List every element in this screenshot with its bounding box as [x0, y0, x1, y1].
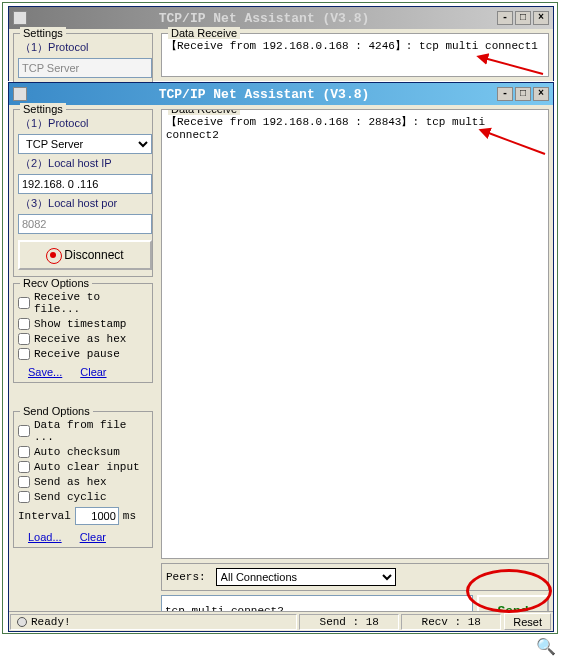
data-receive-panel[interactable]: Data Receive 【Receive from 192.168.0.168… — [161, 109, 549, 559]
protocol-label: （1）Protocol — [20, 116, 148, 131]
from-file-check[interactable] — [18, 425, 30, 437]
statusbar: Ready! Send : 18 Recv : 18 Reset — [9, 611, 553, 631]
localip-input[interactable] — [18, 174, 152, 194]
settings-fieldset: Settings （1）Protocol TCP Server （2）Local… — [13, 109, 153, 277]
send-cyclic-check[interactable] — [18, 491, 30, 503]
receive-text: 【Receive from 192.168.0.168 : 28843】: tc… — [166, 114, 544, 141]
disconnect-label: Disconnect — [64, 248, 123, 262]
peers-row: Peers: All Connections — [161, 563, 549, 591]
localport-input[interactable] — [18, 214, 152, 234]
record-icon — [46, 248, 60, 262]
send-hex-check[interactable] — [18, 476, 30, 488]
window-2: TCP/IP Net Assistant (V3.8) - □ × Settin… — [8, 82, 554, 632]
from-file-row[interactable]: Data from file ... — [18, 419, 148, 443]
interval-label: Interval — [18, 510, 71, 522]
recv-pause-check[interactable] — [18, 348, 30, 360]
recv-hex-row[interactable]: Receive as hex — [18, 333, 148, 345]
disconnect-button[interactable]: Disconnect — [18, 240, 152, 270]
auto-clear-row[interactable]: Auto clear input — [18, 461, 148, 473]
localip-label: （2）Local host IP — [20, 156, 148, 171]
minimize-button[interactable]: - — [497, 11, 513, 25]
window-title-2: TCP/IP Net Assistant (V3.8) — [31, 87, 497, 102]
status-ready-cell: Ready! — [10, 614, 297, 630]
show-timestamp-row[interactable]: Show timestamp — [18, 318, 148, 330]
recv-options-fieldset: Recv Options Receive to file... Show tim… — [13, 283, 153, 383]
recv-to-file-row[interactable]: Receive to file... — [18, 291, 148, 315]
reset-button[interactable]: Reset — [504, 613, 551, 630]
close-button[interactable]: × — [533, 87, 549, 101]
show-timestamp-check[interactable] — [18, 318, 30, 330]
interval-input[interactable] — [75, 507, 119, 525]
clear-recv-link[interactable]: Clear — [80, 366, 106, 378]
data-receive-panel-1: Data Receive 【Receive from 192.168.0.168… — [161, 33, 549, 77]
magnifier-icon[interactable]: 🔍 — [536, 637, 556, 656]
settings-legend-1: Settings — [20, 27, 66, 39]
protocol-label-1: （1）Protocol — [20, 40, 148, 55]
protocol-select-1[interactable] — [18, 58, 152, 78]
window-title-1: TCP/IP Net Assistant (V3.8) — [31, 11, 497, 26]
send-cyclic-row[interactable]: Send cyclic — [18, 491, 148, 503]
data-receive-legend: Data Receive — [168, 109, 240, 115]
save-link[interactable]: Save... — [28, 366, 62, 378]
interval-unit: ms — [123, 510, 136, 522]
auto-clear-check[interactable] — [18, 461, 30, 473]
localport-label: （3）Local host por — [20, 196, 148, 211]
receive-text-1: 【Receive from 192.168.0.168 : 4246】: tcp… — [166, 38, 544, 53]
recv-pause-row[interactable]: Receive pause — [18, 348, 148, 360]
auto-checksum-check[interactable] — [18, 446, 30, 458]
settings-fieldset-1: Settings （1）Protocol — [13, 33, 153, 83]
status-icon — [17, 617, 27, 627]
auto-checksum-row[interactable]: Auto checksum — [18, 446, 148, 458]
titlebar-2[interactable]: TCP/IP Net Assistant (V3.8) - □ × — [9, 83, 553, 105]
peers-select[interactable]: All Connections — [216, 568, 396, 586]
recv-to-file-check[interactable] — [18, 297, 30, 309]
send-options-fieldset: Send Options Data from file ... Auto che… — [13, 411, 153, 548]
titlebar-1[interactable]: TCP/IP Net Assistant (V3.8) - □ × — [9, 7, 553, 29]
app-icon — [13, 87, 27, 101]
send-hex-row[interactable]: Send as hex — [18, 476, 148, 488]
send-legend: Send Options — [20, 405, 93, 417]
maximize-button[interactable]: □ — [515, 87, 531, 101]
data-receive-legend-1: Data Receive — [168, 27, 240, 39]
load-link[interactable]: Load... — [28, 531, 62, 543]
recv-hex-check[interactable] — [18, 333, 30, 345]
status-send-cell: Send : 18 — [299, 614, 399, 630]
maximize-button[interactable]: □ — [515, 11, 531, 25]
protocol-select[interactable]: TCP Server — [18, 134, 152, 154]
window-1: TCP/IP Net Assistant (V3.8) - □ × Settin… — [8, 6, 554, 81]
status-ready: Ready! — [31, 616, 71, 628]
clear-send-link[interactable]: Clear — [80, 531, 106, 543]
settings-legend: Settings — [20, 103, 66, 115]
status-recv-cell: Recv : 18 — [401, 614, 501, 630]
close-button[interactable]: × — [533, 11, 549, 25]
app-icon — [13, 11, 27, 25]
peers-label: Peers: — [166, 571, 206, 583]
recv-legend: Recv Options — [20, 277, 92, 289]
minimize-button[interactable]: - — [497, 87, 513, 101]
